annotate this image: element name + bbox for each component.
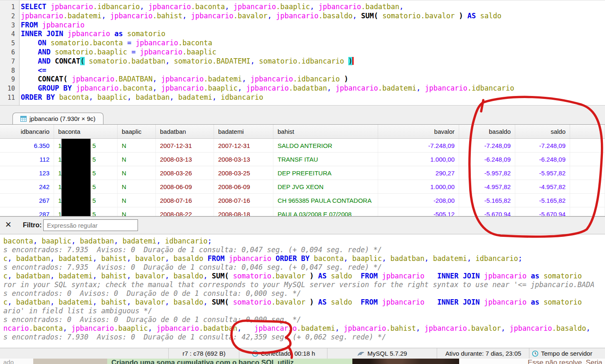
status-uptime: Ativo durante: 7 dias, 23:05 [437, 348, 529, 359]
cell-basaldo: -4.957,82 [459, 180, 515, 193]
table-row[interactable]: 28715N2008-08-222008-08-18PAULA 03/2008 … [0, 207, 605, 216]
background-window-strip: ado Criando uma soma cumulativa com o ba… [0, 359, 605, 364]
cell-saldo: -5.165,82 [515, 194, 570, 207]
sql-editor-line: 5 ON somatorio.baconta = jpbancario.baco… [0, 39, 605, 48]
sql-editor-line: 8 <= [0, 66, 605, 75]
column-header-basaldo[interactable]: basaldo [459, 125, 515, 138]
cell-basaldo: -5.957,82 [459, 166, 515, 180]
sql-editor-line: 9 CONCAT( jpbancario.BADATBAN, jpbancari… [0, 75, 605, 84]
column-header-baconta[interactable]: baconta [54, 125, 118, 138]
cell-saldo: -6.248,09 [515, 152, 570, 166]
heidisql-window: 1SELECT jpbancario.idbancario, jpbancari… [0, 0, 605, 364]
cell-bavalor: 1.000,00 [378, 180, 459, 193]
cell-idbancario: 287 [0, 207, 54, 216]
cell-basaldo: -5.670,94 [459, 207, 515, 216]
mysql-dolphin-icon [357, 351, 365, 357]
table-row[interactable]: 11215N2008-03-132008-03-13TRANSF ITAU1.0… [0, 152, 605, 166]
cell-idbancario: 242 [0, 180, 54, 193]
cell-saldo: -5.957,82 [515, 166, 570, 180]
sql-editor-lines: 1SELECT jpbancario.idbancario, jpbancari… [0, 2, 605, 102]
cell-bahist: CH 965385 PAULA CONTADORA [273, 194, 378, 207]
close-filter-icon[interactable]: ✕ [5, 221, 12, 229]
cell-baaplic: N [118, 152, 156, 166]
log-line: c, badatban, badatemi, bahist, bavalor, … [3, 272, 605, 280]
sql-editor-line: 6 AND somatorio.baaplic = jpbancario.baa… [0, 48, 605, 57]
table-row[interactable]: 6.35015N2007-12-312007-12-31SALDO ANTERI… [0, 139, 605, 152]
cell-baaplic: N [118, 139, 156, 152]
log-line: c, badatban, badatemi, bahist, bavalor, … [3, 298, 605, 307]
cell-bahist: DEP JVG XEON [273, 180, 378, 193]
sql-editor-line: 2jpbancario.badatemi, jpbancario.bahist,… [0, 12, 605, 21]
cell-baaplic: N [118, 180, 156, 193]
column-header-badatemi[interactable]: badatemi [214, 125, 273, 138]
clock-icon [252, 350, 258, 357]
background-text-right: Esse não resolve. Seria este ou [459, 359, 605, 364]
column-header-saldo[interactable]: saldo [515, 125, 570, 138]
table-row[interactable]: 26715N2008-07-162008-07-16CH 965385 PAUL… [0, 194, 605, 207]
filter-bar: ✕ Filtro: [0, 216, 605, 234]
cell-badatban: 2008-08-22 [156, 207, 214, 216]
tab-jpbancario-results[interactable]: jpbancario (7.930r × 9c) [12, 113, 103, 124]
cell-saldo: -4.957,82 [515, 180, 570, 193]
status-server-version: MySQL 5.7.29 [327, 348, 437, 359]
column-header-bahist[interactable]: bahist [273, 125, 378, 138]
cell-bahist: DEP PREFEITURA [273, 166, 378, 180]
table-row[interactable]: 12315N2008-03-262008-03-25DEP PREFEITURA… [0, 166, 605, 180]
column-header-badatban[interactable]: badatban [156, 125, 214, 138]
sql-editor-line: 3FROM jpbancario [0, 21, 605, 30]
cell-badatemi: 2008-06-09 [214, 180, 273, 193]
table-icon [20, 116, 27, 122]
cell-baaplic: N [118, 207, 156, 216]
log-line: ror in your SQL syntax; check the manual… [3, 280, 605, 289]
cell-idbancario: 6.350 [0, 139, 54, 152]
background-beige-block [33, 359, 107, 364]
cell-bahist: PAULA 03/2008 E 07/2008 [273, 207, 378, 216]
cell-bavalor: 290,27 [378, 166, 459, 180]
status-bar: r7 : c78 (692 B) Conectado: 00:18 h MySQ… [0, 348, 605, 359]
log-line: baconta, baaplic, badatban, badatemi, id… [3, 237, 605, 246]
cell-badatemi: 2007-12-31 [214, 139, 273, 152]
cell-idbancario: 112 [0, 152, 54, 166]
cell-badatban: 2008-07-16 [156, 194, 214, 207]
table-row[interactable]: 24215N2008-06-092008-06-09DEP JVG XEON1.… [0, 180, 605, 194]
cell-saldo: -7.248,09 [515, 139, 570, 152]
filter-input[interactable] [43, 219, 138, 231]
cell-bavalor: -208,00 [378, 194, 459, 207]
cell-badatban: 2008-03-26 [156, 166, 214, 180]
results-grid[interactable]: idbancariobacontabaaplicbadatbanbadatemi… [0, 124, 605, 216]
cell-bavalor: 1.000,00 [378, 152, 459, 166]
text-caret [352, 57, 354, 65]
log-line: s encontrados: 7.935 Avisos: 0 Duração d… [3, 246, 605, 254]
grid-header-row: idbancariobacontabaaplicbadatbanbadatemi… [0, 125, 605, 139]
cell-bavalor: -7.248,09 [378, 139, 459, 152]
cell-badatemi: 2008-03-25 [214, 166, 273, 180]
cell-badatban: 2008-03-13 [156, 152, 214, 166]
column-header-idbancario[interactable]: idbancario [0, 125, 54, 138]
column-header-bavalor[interactable]: bavalor [378, 125, 459, 138]
sql-editor-line: 1SELECT jpbancario.idbancario, jpbancari… [0, 2, 605, 12]
cell-filler [570, 180, 605, 193]
status-connected-time: Conectado: 00:18 h [239, 348, 327, 359]
cell-filler [570, 152, 605, 166]
cell-filler [570, 194, 605, 207]
cell-idbancario: 123 [0, 166, 54, 180]
cell-filler [570, 207, 605, 216]
cell-saldo: -5.670,94 [515, 207, 570, 216]
sql-editor-line: 10 GROUP BY jpbancario.baconta, jpbancar… [0, 84, 605, 93]
sql-editor-line: 11ORDER BY baconta, baaplic, badatban, b… [0, 93, 605, 102]
log-line: ario' in field list is ambiguous */ [3, 307, 605, 315]
log-line: s encontrados: 0 Avisos: 0 Duração de 0 … [3, 289, 605, 298]
column-header-baaplic[interactable]: baaplic [118, 125, 156, 138]
query-log[interactable]: baconta, baaplic, badatban, badatemi, id… [0, 235, 605, 348]
editor-results-splitter[interactable] [0, 105, 605, 112]
sql-editor[interactable]: 1SELECT jpbancario.idbancario, jpbancari… [0, 0, 605, 106]
redaction-box [61, 139, 91, 216]
log-line: c, badatban, badatemi, bahist, bavalor, … [3, 254, 605, 263]
cell-bahist: TRANSF ITAU [273, 152, 378, 166]
cell-baaplic: N [118, 194, 156, 207]
log-line: s encontrados: 7.935 Avisos: 0 Duração d… [3, 263, 605, 272]
tab-label: jpbancario (7.930r × 9c) [30, 115, 96, 122]
cell-filler [570, 139, 605, 152]
column-header-filler [570, 125, 605, 138]
background-photo-thumbnail [352, 359, 459, 364]
